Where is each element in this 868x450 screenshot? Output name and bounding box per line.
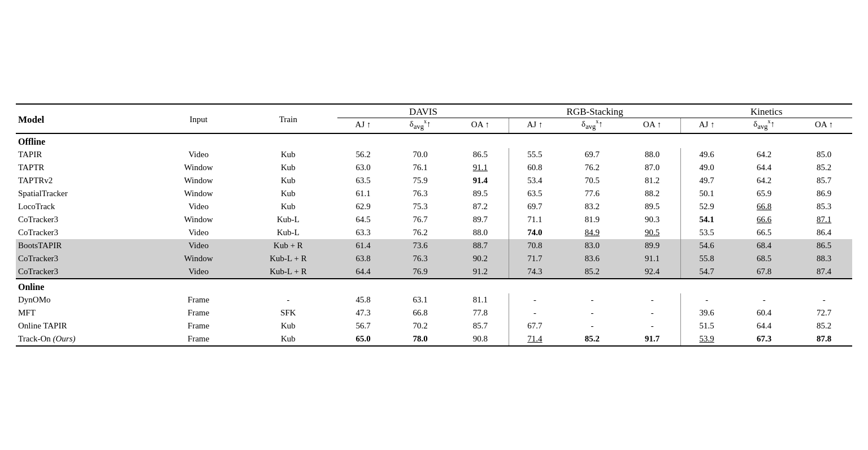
cell-kin-oa: 87.8 xyxy=(796,332,852,346)
cell-train: Kub-L + R xyxy=(239,252,338,265)
cell-rgb-aj: - xyxy=(509,293,561,306)
cell-input: Window xyxy=(158,213,238,226)
cell-input: Video xyxy=(158,200,238,213)
header-row-groups: Model Input Train DAVIS RGB-Stacking Kin… xyxy=(16,104,852,118)
cell-davis-aj: 61.1 xyxy=(337,187,388,200)
cell-rgb-oa: 92.4 xyxy=(624,265,681,279)
cell-kin-oa: 86.5 xyxy=(796,239,852,252)
davis-delta: δavgx↑ xyxy=(389,118,452,134)
cell-kin-delta: 64.2 xyxy=(732,148,796,161)
cell-kin-oa: 85.2 xyxy=(796,161,852,174)
cell-davis-delta: 76.1 xyxy=(389,161,452,174)
cell-train: Kub + R xyxy=(239,239,338,252)
cell-davis-delta: 76.9 xyxy=(389,265,452,279)
cell-rgb-delta: - xyxy=(561,293,624,306)
kin-aj: AJ ↑ xyxy=(681,118,732,134)
cell-kin-oa: 85.2 xyxy=(796,319,852,332)
cell-rgb-delta: 70.5 xyxy=(561,174,624,187)
kin-delta: δavgx↑ xyxy=(732,118,796,134)
cell-train: Kub-L xyxy=(239,226,338,239)
cell-davis-delta: 76.7 xyxy=(389,213,452,226)
cell-input: Video xyxy=(158,148,238,161)
cell-davis-delta: 75.3 xyxy=(389,200,452,213)
group-header-davis: DAVIS xyxy=(337,104,509,118)
cell-davis-oa: 88.7 xyxy=(452,239,509,252)
cell-davis-aj: 63.0 xyxy=(337,161,388,174)
cell-rgb-oa: - xyxy=(624,306,681,319)
cell-kin-delta: 68.5 xyxy=(732,252,796,265)
cell-davis-delta: 66.8 xyxy=(389,306,452,319)
table-row: Track-On (Ours) Frame Kub 65.0 78.0 90.8… xyxy=(16,332,852,346)
cell-kin-oa: 85.7 xyxy=(796,174,852,187)
cell-davis-oa: 91.1 xyxy=(452,161,509,174)
cell-davis-delta: 76.3 xyxy=(389,187,452,200)
cell-kin-oa: 87.1 xyxy=(796,213,852,226)
cell-davis-oa: 89.5 xyxy=(452,187,509,200)
cell-model: CoTracker3 xyxy=(16,252,158,265)
cell-davis-delta: 70.0 xyxy=(389,148,452,161)
cell-train: Kub-L + R xyxy=(239,265,338,279)
cell-kin-delta: 64.2 xyxy=(732,174,796,187)
cell-input: Video xyxy=(158,265,238,279)
cell-model: CoTracker3 xyxy=(16,226,158,239)
table-row: MFT Frame SFK 47.3 66.8 77.8 - - - 39.6 … xyxy=(16,306,852,319)
cell-rgb-delta: - xyxy=(561,319,624,332)
cell-train: SFK xyxy=(239,306,338,319)
cell-kin-oa: 87.4 xyxy=(796,265,852,279)
cell-kin-aj: 52.9 xyxy=(681,200,732,213)
cell-model: Track-On (Ours) xyxy=(16,332,158,346)
cell-kin-aj: 53.9 xyxy=(681,332,732,346)
cell-rgb-oa: 91.7 xyxy=(624,332,681,346)
cell-input: Window xyxy=(158,161,238,174)
cell-rgb-aj: 71.4 xyxy=(509,332,561,346)
cell-input: Frame xyxy=(158,306,238,319)
davis-oa: OA ↑ xyxy=(452,118,509,134)
cell-train: Kub xyxy=(239,148,338,161)
cell-davis-oa: 87.2 xyxy=(452,200,509,213)
cell-rgb-aj: 74.0 xyxy=(509,226,561,239)
cell-kin-delta: 66.5 xyxy=(732,226,796,239)
cell-kin-aj: 53.5 xyxy=(681,226,732,239)
cell-rgb-oa: 81.2 xyxy=(624,174,681,187)
cell-davis-aj: 62.9 xyxy=(337,200,388,213)
cell-kin-delta: - xyxy=(732,293,796,306)
cell-davis-aj: 56.2 xyxy=(337,148,388,161)
cell-kin-oa: 86.4 xyxy=(796,226,852,239)
cell-kin-oa: 85.3 xyxy=(796,200,852,213)
cell-input: Frame xyxy=(158,319,238,332)
cell-train: - xyxy=(239,293,338,306)
cell-davis-aj: 65.0 xyxy=(337,332,388,346)
cell-davis-oa: 86.5 xyxy=(452,148,509,161)
cell-davis-delta: 70.2 xyxy=(389,319,452,332)
cell-davis-aj: 63.5 xyxy=(337,174,388,187)
cell-kin-delta: 65.9 xyxy=(732,187,796,200)
cell-davis-oa: 89.7 xyxy=(452,213,509,226)
cell-rgb-delta: 77.6 xyxy=(561,187,624,200)
rgb-delta: δavgx↑ xyxy=(561,118,624,134)
cell-kin-aj: 49.6 xyxy=(681,148,732,161)
kin-oa: OA ↑ xyxy=(796,118,852,134)
col-header-train: Train xyxy=(239,104,338,133)
cell-input: Window xyxy=(158,174,238,187)
cell-input: Video xyxy=(158,239,238,252)
cell-davis-oa: 81.1 xyxy=(452,293,509,306)
cell-train: Kub-L xyxy=(239,213,338,226)
cell-davis-aj: 64.5 xyxy=(337,213,388,226)
cell-train: Kub xyxy=(239,187,338,200)
cell-davis-oa: 90.2 xyxy=(452,252,509,265)
cell-train: Kub xyxy=(239,174,338,187)
cell-davis-aj: 63.8 xyxy=(337,252,388,265)
cell-kin-aj: 55.8 xyxy=(681,252,732,265)
table-row: CoTracker3 Video Kub-L + R 64.4 76.9 91.… xyxy=(16,265,852,279)
cell-model: LocoTrack xyxy=(16,200,158,213)
cell-davis-aj: 45.8 xyxy=(337,293,388,306)
cell-rgb-delta: 83.0 xyxy=(561,239,624,252)
table-row: TAPTR Window Kub 63.0 76.1 91.1 60.8 76.… xyxy=(16,161,852,174)
cell-davis-oa: 91.4 xyxy=(452,174,509,187)
cell-rgb-aj: 55.5 xyxy=(509,148,561,161)
cell-train: Kub xyxy=(239,332,338,346)
cell-kin-delta: 64.4 xyxy=(732,161,796,174)
cell-rgb-oa: 90.5 xyxy=(624,226,681,239)
cell-model: TAPTR xyxy=(16,161,158,174)
cell-model: DynOMo xyxy=(16,293,158,306)
